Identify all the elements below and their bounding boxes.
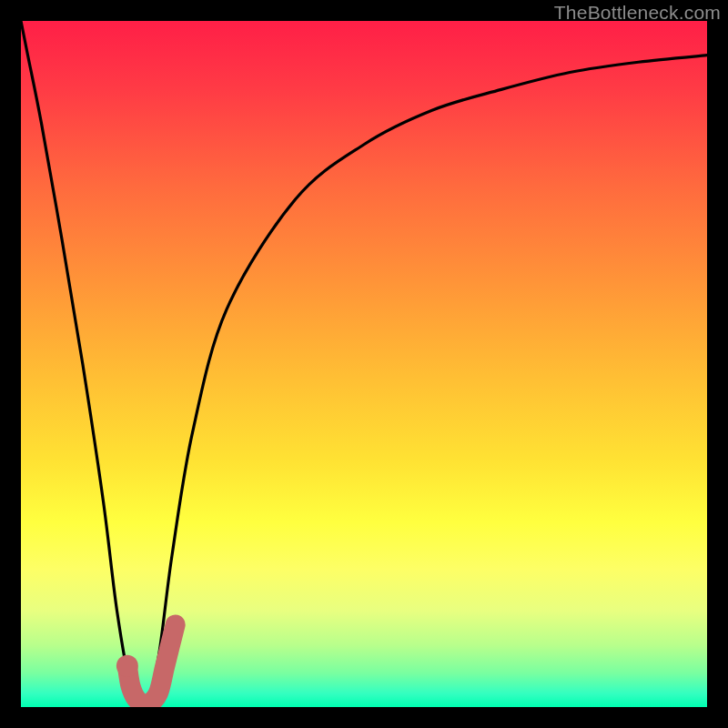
plot-area xyxy=(21,21,707,707)
watermark-text: TheBottleneck.com xyxy=(554,2,721,24)
chart-frame: TheBottleneck.com xyxy=(0,0,728,728)
curve-layer xyxy=(21,21,707,707)
j-marker-dot xyxy=(116,655,138,677)
bottleneck-curve xyxy=(21,21,707,707)
